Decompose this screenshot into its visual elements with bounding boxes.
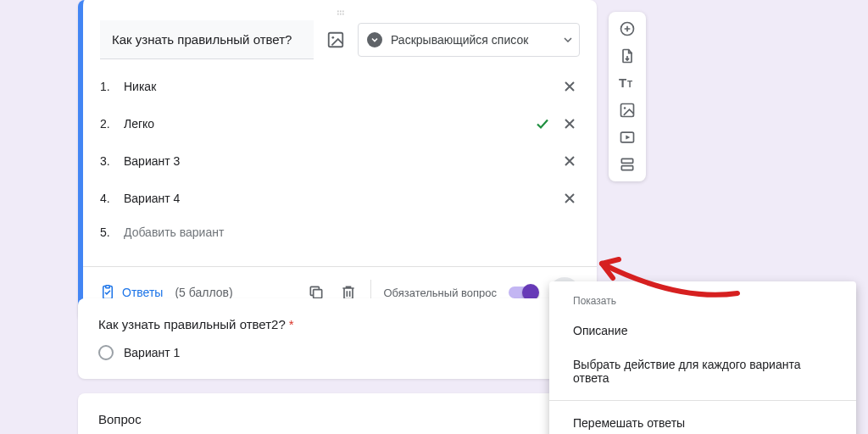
divider <box>549 400 856 401</box>
option-number: 4. <box>100 192 115 205</box>
svg-point-1 <box>331 36 334 39</box>
option-row[interactable]: 1. Никак <box>100 68 580 105</box>
option-label[interactable]: Вариант 4 <box>124 192 551 205</box>
question-card: Раскрывающийся список 1. Никак 2. Легко … <box>78 0 597 321</box>
side-toolbar: TT <box>609 12 646 181</box>
remove-option-icon[interactable] <box>559 114 580 134</box>
add-section-icon[interactable] <box>614 153 641 176</box>
remove-option-icon[interactable] <box>559 188 580 209</box>
svg-rect-3 <box>106 286 110 288</box>
question-title: Вопрос <box>98 412 576 426</box>
menu-item-shuffle[interactable]: Перемешать ответы <box>549 406 856 434</box>
add-image-icon[interactable] <box>326 30 346 50</box>
svg-text:T: T <box>619 75 626 90</box>
svg-rect-11 <box>621 104 634 117</box>
radio-label: Вариант 1 <box>124 346 180 359</box>
option-label[interactable]: Легко <box>124 117 526 131</box>
radio-icon[interactable] <box>98 345 114 360</box>
add-video-icon[interactable] <box>614 125 641 149</box>
question-type-label: Раскрывающийся список <box>391 33 555 47</box>
answer-key-label: Ответы <box>122 286 163 299</box>
dropdown-type-icon <box>367 32 382 47</box>
svg-rect-4 <box>314 290 322 298</box>
option-list: 1. Никак 2. Легко 3. Вариант 3 4. Ва <box>83 68 597 256</box>
add-title-icon[interactable]: TT <box>614 71 641 95</box>
remove-option-icon[interactable] <box>559 151 580 171</box>
option-row[interactable]: 2. Легко <box>100 105 580 142</box>
points-label: (5 баллов) <box>175 286 232 299</box>
question-card-2[interactable]: Как узнать правильный ответ2? * Вариант … <box>78 298 597 379</box>
menu-item-goto-section[interactable]: Выбрать действие для каждого варианта от… <box>549 348 856 395</box>
radio-option[interactable]: Вариант 1 <box>98 345 576 360</box>
option-row[interactable]: 4. Вариант 4 <box>100 180 580 217</box>
option-number: 1. <box>100 80 115 93</box>
question-type-select[interactable]: Раскрывающийся список <box>358 23 580 57</box>
option-number: 3. <box>100 154 115 168</box>
option-label[interactable]: Вариант 3 <box>124 154 551 168</box>
required-asterisk: * <box>289 317 294 331</box>
remove-option-icon[interactable] <box>559 76 580 97</box>
drag-handle-icon[interactable] <box>83 7 597 17</box>
svg-point-12 <box>624 107 626 109</box>
add-question-icon[interactable] <box>614 17 641 41</box>
required-label: Обязательный вопрос <box>383 287 497 299</box>
more-options-menu: Показать Описание Выбрать действие для к… <box>549 281 856 434</box>
question-title-text: Вопрос <box>98 412 142 426</box>
required-toggle[interactable] <box>509 287 537 298</box>
question-card-3[interactable]: Вопрос <box>78 393 597 434</box>
menu-item-description[interactable]: Описание <box>549 314 856 348</box>
correct-check-icon <box>534 115 551 132</box>
option-number: 5. <box>100 225 115 239</box>
svg-rect-0 <box>329 33 343 47</box>
question-title-input[interactable] <box>100 20 314 59</box>
svg-rect-15 <box>621 166 632 170</box>
question-title-text: Как узнать правильный ответ2? <box>98 317 286 331</box>
option-label[interactable]: Никак <box>124 80 551 93</box>
caret-down-icon <box>564 37 572 42</box>
add-image-icon[interactable] <box>614 98 641 122</box>
import-question-icon[interactable] <box>614 44 641 68</box>
option-number: 2. <box>100 117 115 131</box>
menu-section-label: Показать <box>549 295 856 314</box>
add-option-row[interactable]: 5. Добавить вариант <box>100 217 580 248</box>
option-row[interactable]: 3. Вариант 3 <box>100 142 580 180</box>
svg-text:T: T <box>627 80 632 89</box>
svg-rect-14 <box>621 159 632 163</box>
question-title: Как узнать правильный ответ2? * <box>98 317 576 331</box>
add-option-label: Добавить вариант <box>124 225 580 239</box>
